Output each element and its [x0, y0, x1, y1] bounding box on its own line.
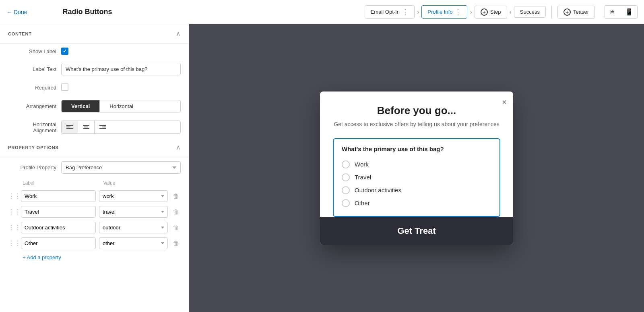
nav-step-label: Step [490, 9, 501, 15]
plus-circle-icon: + [481, 8, 488, 16]
modal-title: Before you go... [333, 104, 500, 117]
col-value-header: Value [103, 180, 181, 186]
show-label-text: Show Label [8, 48, 56, 54]
chevron-icon: › [470, 8, 472, 16]
modal-subtitle: Get access to exclusive offers by tellin… [333, 120, 500, 129]
nav-step-teaser[interactable]: + Teaser [557, 6, 595, 19]
chevron-icon: › [510, 8, 512, 16]
option-value-travel[interactable]: travel [99, 206, 168, 218]
property-options-title: PROPERTY OPTIONS [8, 145, 59, 150]
radio-circle-outdoor [342, 186, 350, 194]
radio-option-other[interactable]: Other [342, 197, 491, 210]
delete-travel-button[interactable]: 🗑 [171, 208, 181, 216]
option-label-travel[interactable] [21, 206, 96, 218]
preview-modal: × Before you go... Get access to exclusi… [320, 92, 513, 245]
top-nav: ← Done Radio Buttons Email Opt-In ⋮ › Pr… [0, 0, 644, 24]
delete-other-button[interactable]: 🗑 [171, 240, 181, 247]
radio-question: What's the primary use of this bag? [342, 146, 491, 152]
radio-group: What's the primary use of this bag? Work… [333, 138, 500, 217]
horizontal-alignment-row: HorizontalAlignment [0, 116, 189, 138]
show-label-checkbox[interactable] [61, 48, 68, 55]
label-text-row: Label Text [0, 59, 189, 79]
label-text-input[interactable] [61, 63, 181, 75]
plus-circle-icon: + [564, 8, 571, 16]
nav-step-label: Teaser [573, 9, 589, 15]
nav-step-email-opt-in[interactable]: Email Opt-In ⋮ [365, 5, 415, 19]
radio-option-outdoor[interactable]: Outdoor activities [342, 184, 491, 197]
divider [551, 6, 552, 19]
align-left-button[interactable] [62, 121, 78, 133]
show-label-control [61, 48, 181, 55]
radio-circle-other [342, 199, 350, 207]
option-value-other[interactable]: other [99, 237, 168, 249]
mobile-view-button[interactable]: 📱 [621, 6, 637, 18]
option-value-outdoor[interactable]: outdoor [99, 222, 168, 233]
desktop-view-button[interactable]: 🖥 [605, 6, 619, 18]
horizontal-alignment-label: HorizontalAlignment [8, 121, 56, 133]
option-label-outdoor[interactable] [21, 222, 96, 233]
add-property-button[interactable]: + Add a property [0, 251, 69, 265]
delete-outdoor-button[interactable]: 🗑 [171, 224, 181, 231]
profile-property-label: Profile Property [8, 164, 56, 171]
option-label-other[interactable] [21, 237, 96, 249]
options-table-header: Label Value [0, 178, 189, 188]
done-label: Done [14, 9, 27, 15]
nav-step-label: Success [520, 9, 540, 15]
option-row-other: ⋮⋮ other 🗑 [0, 235, 189, 251]
done-button[interactable]: ← Done [6, 9, 27, 15]
label-text-label: Label Text [8, 66, 56, 72]
modal-body: Before you go... Get access to exclusive… [320, 92, 513, 217]
radio-option-work[interactable]: Work [342, 158, 491, 171]
required-row: Required [0, 79, 189, 96]
nav-step-step[interactable]: + Step [475, 6, 507, 19]
nav-steps: Email Opt-In ⋮ › Profile Info ⋮ › + Step… [365, 5, 595, 19]
align-center-button[interactable] [78, 121, 95, 133]
arrangement-horizontal-button[interactable]: Horizontal [100, 100, 143, 112]
drag-handle-icon[interactable]: ⋮⋮ [8, 224, 18, 231]
radio-label-work: Work [355, 161, 369, 168]
alignment-buttons [61, 121, 181, 134]
radio-option-travel[interactable]: Travel [342, 171, 491, 184]
nav-step-profile-info[interactable]: Profile Info ⋮ [421, 5, 467, 19]
main-layout: CONTENT ∧ Show Label Label Text Required [0, 24, 644, 312]
col-label-header: Label [23, 180, 100, 186]
drag-handle-icon[interactable]: ⋮⋮ [8, 239, 18, 247]
option-row-travel: ⋮⋮ travel 🗑 [0, 204, 189, 220]
profile-property-select[interactable]: Bag Preference [61, 161, 181, 174]
label-text-control [61, 63, 181, 75]
profile-property-row: Profile Property Bag Preference [0, 157, 189, 178]
arrangement-label: Arrangement [8, 103, 56, 109]
left-panel: CONTENT ∧ Show Label Label Text Required [0, 24, 189, 312]
radio-label-other: Other [355, 200, 370, 206]
required-control [61, 83, 181, 92]
option-row-outdoor: ⋮⋮ outdoor 🗑 [0, 220, 189, 235]
arrangement-vertical-button[interactable]: Vertical [62, 100, 100, 112]
drag-handle-icon[interactable]: ⋮⋮ [8, 192, 18, 200]
modal-close-button[interactable]: × [502, 98, 507, 106]
align-right-button[interactable] [95, 121, 111, 133]
collapse-icon[interactable]: ∧ [176, 30, 181, 37]
cta-button[interactable]: Get Treat [320, 217, 513, 245]
collapse-property-icon[interactable]: ∧ [176, 144, 181, 151]
property-options-section-header: PROPERTY OPTIONS ∧ [0, 138, 189, 157]
arrangement-control: Vertical Horizontal [61, 100, 181, 112]
show-label-row: Show Label [0, 44, 189, 59]
option-value-work[interactable]: work [99, 190, 168, 202]
option-label-work[interactable] [21, 190, 96, 202]
radio-label-travel: Travel [355, 174, 371, 181]
nav-step-label: Profile Info [427, 9, 452, 15]
device-toggle: 🖥 📱 [605, 5, 638, 19]
radio-circle-work [342, 160, 350, 168]
step-dots-icon: ⋮ [402, 8, 409, 16]
required-label: Required [8, 85, 56, 91]
profile-property-control: Bag Preference [61, 161, 181, 174]
step-dots-icon: ⋮ [455, 8, 461, 16]
required-checkbox[interactable] [61, 83, 68, 91]
nav-step-success[interactable]: Success [514, 6, 546, 18]
drag-handle-icon[interactable]: ⋮⋮ [8, 208, 18, 216]
add-property-label: + Add a property [23, 254, 61, 260]
content-section-title: CONTENT [8, 31, 32, 36]
delete-work-button[interactable]: 🗑 [171, 193, 181, 200]
radio-circle-travel [342, 173, 350, 181]
chevron-icon: › [417, 8, 419, 16]
